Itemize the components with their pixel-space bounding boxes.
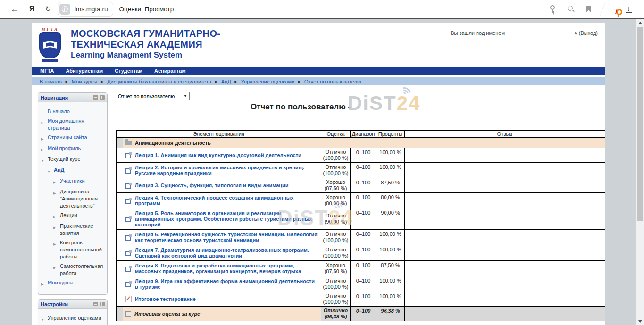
row-indent-cell xyxy=(117,208,123,230)
grade-cell: Отлично(100,00 %) xyxy=(321,276,351,292)
sidebar-item: ▶Контроль самостоятельной работы xyxy=(40,239,105,260)
report-type-select[interactable]: Отчет по пользователю ▼ xyxy=(116,92,190,100)
grade-item-link[interactable]: Лекция 2. История и хронология массовых … xyxy=(135,165,319,176)
total-label: Итоговая оценка за курс xyxy=(134,311,200,317)
nav-item[interactable]: МГТА xyxy=(40,68,54,74)
breadcrumb-link[interactable]: В начало xyxy=(40,79,62,84)
block-dock-icon[interactable] xyxy=(100,302,105,306)
range-cell: 0–100 xyxy=(351,163,376,178)
range-cell: 0–100 xyxy=(351,208,376,230)
sidebar-item-label: Самостоятельная работа xyxy=(60,263,105,277)
grade-item-link[interactable]: Лекция 4. Технологический процесс создан… xyxy=(135,195,319,206)
category-label: Анимационная деятельность xyxy=(135,140,211,146)
settings-block-title: Настройки xyxy=(41,301,68,307)
breadcrumb-link[interactable]: Дисциплины бакалавриата и специалитета xyxy=(107,79,211,84)
tree-collapsed-icon: ▶ xyxy=(53,212,60,220)
nav-item[interactable]: Студентам xyxy=(115,68,142,74)
scrollbar-thumb[interactable] xyxy=(637,27,643,221)
table-row: Лекция 3. Сущность, функция, типология и… xyxy=(117,178,605,193)
block-collapse-icon[interactable] xyxy=(93,95,98,100)
grade-item-link[interactable]: Лекция 1. Анимация как вид культурно-дос… xyxy=(135,152,301,158)
grade-item-link[interactable]: Лекция 6. Рекреационная сущность туристс… xyxy=(135,232,319,243)
breadcrumb-link[interactable]: Отчет по пользователю xyxy=(304,79,361,84)
sidebar-item[interactable]: ■Моя домашняя страница xyxy=(40,117,105,132)
sidebar-item[interactable]: ▶Участники xyxy=(40,177,105,186)
sidebar-item[interactable]: ▶Мои курсы xyxy=(40,279,105,288)
scroll-up-icon[interactable] xyxy=(636,19,644,26)
grade-item-link[interactable]: Лекция 8. Подготовка и разработка анимац… xyxy=(135,263,319,274)
item-name-cell: Лекция 5. Роль аниматоров в организации … xyxy=(123,208,321,230)
sidebar-item-label: Моя домашняя страница xyxy=(48,117,105,132)
lesson-icon xyxy=(125,198,132,204)
feedback-cell xyxy=(405,163,605,178)
feedback-cell xyxy=(405,148,605,163)
sidebar-item-label: Мои курсы xyxy=(48,279,73,286)
toolbar-divider xyxy=(600,2,606,16)
bookmark-icon[interactable] xyxy=(586,6,591,13)
item-name-cell: Лекция 3. Сущность, функция, типология и… xyxy=(123,178,321,193)
grade-item-link[interactable]: Лекция 9. Игра как эффективная форма ани… xyxy=(135,278,319,290)
breadcrumb: В начало►Мои курсы►Дисциплины бакалавриа… xyxy=(32,77,605,85)
logo-shield-icon xyxy=(39,32,61,58)
sidebar-item-label: Страницы сайта xyxy=(48,134,87,141)
grade-cell: Отлично(100,00 %) xyxy=(321,163,351,178)
table-row: Лекция 4. Технологический процесс создан… xyxy=(117,193,605,208)
scroll-down-icon[interactable] xyxy=(636,318,644,325)
feedback-cell xyxy=(405,276,605,292)
breadcrumb-link[interactable]: АнД xyxy=(221,79,231,84)
block-dock-icon[interactable] xyxy=(100,95,105,100)
block-collapse-icon[interactable] xyxy=(93,302,98,306)
sidebar-item-label: Участники xyxy=(60,177,85,184)
grade-item-link[interactable]: Лекция 3. Сущность, функция, типология и… xyxy=(135,183,289,188)
breadcrumb-link[interactable]: Управление оценками xyxy=(241,79,295,84)
percent-cell: 100,00 % xyxy=(376,163,405,178)
select-arrow-icon: ▼ xyxy=(184,94,187,98)
sidebar-item[interactable]: ▶Страницы сайта xyxy=(40,134,105,142)
url-text[interactable]: lms.mgta.ru xyxy=(75,6,108,13)
row-indent-cell xyxy=(117,178,123,193)
logout-link[interactable]: (Выход) xyxy=(579,30,598,36)
range-cell: 0–100 xyxy=(351,230,376,245)
grade-item-link[interactable]: Лекция 7. Драматургия анимационно-театра… xyxy=(135,247,319,258)
login-prefix: Вы зашли под именем xyxy=(451,30,505,36)
login-name-tail: ч xyxy=(575,30,577,36)
percent-cell: 100,00 % xyxy=(376,292,405,307)
sidebar-item-label: АнД xyxy=(54,167,64,174)
range-cell: 0–100 xyxy=(351,292,376,307)
sidebar-item-label: Дисциплина "Анимационная деятельность" xyxy=(60,188,105,209)
find-on-page-icon[interactable] xyxy=(567,5,575,13)
address-bar[interactable]: lms.mgta.ru xyxy=(58,2,113,17)
yandex-browser-logo[interactable]: Я xyxy=(29,5,35,13)
percent-cell: 90,00 % xyxy=(376,208,405,230)
lesson-icon xyxy=(125,250,132,256)
lesson-icon xyxy=(125,152,132,158)
browser-back-icon[interactable]: ← xyxy=(10,4,19,14)
vertical-scrollbar[interactable] xyxy=(636,19,644,325)
navigation-tree: В начало■Моя домашняя страница▶Страницы … xyxy=(38,102,107,294)
site-title: МОСКОВСКАЯ ГУМАНИТАРНО- ТЕХНИЧЕСКАЯ АКАД… xyxy=(71,28,220,60)
item-name-cell: Лекция 8. Подготовка и разработка анимац… xyxy=(123,261,321,276)
browser-refresh-icon[interactable]: ↻ xyxy=(45,5,51,13)
nav-item[interactable]: Абитуриентам xyxy=(66,68,103,74)
sidebar-item[interactable]: В начало xyxy=(40,108,105,115)
breadcrumb-separator-icon: ► xyxy=(214,79,218,84)
site-title-line3: Learning Managment System xyxy=(71,50,220,60)
sidebar-item[interactable]: ▶Мой профиль xyxy=(40,145,105,153)
grade-item-link[interactable]: Лекция 5. Роль аниматоров в организации … xyxy=(135,210,319,227)
percent-cell: 100,00 % xyxy=(376,245,405,261)
column-header-item: Элемент оценивания xyxy=(117,131,321,138)
grade-cell: Отлично(100,00 %) xyxy=(321,148,351,163)
downloads-icon[interactable]: ↓ xyxy=(626,6,632,13)
total-percent-cell: 96,38 % xyxy=(376,307,405,321)
row-indent-cell xyxy=(117,261,123,276)
breadcrumb-link[interactable]: Мои курсы xyxy=(72,79,97,84)
nav-item[interactable]: Аспирантам xyxy=(154,68,185,74)
range-cell: 0–100 xyxy=(351,245,376,261)
row-indent-cell xyxy=(117,276,123,292)
sidebar-item-label: В начало xyxy=(48,108,70,115)
sidebar-item[interactable]: ▼АнД xyxy=(40,167,105,175)
academy-logo[interactable]: МГТА xyxy=(35,27,65,65)
grade-item-link[interactable]: Итоговое тестирование xyxy=(135,296,196,302)
sidebar-item: ▼Управление оценками xyxy=(40,315,105,323)
password-manager-icon[interactable] xyxy=(549,5,556,13)
